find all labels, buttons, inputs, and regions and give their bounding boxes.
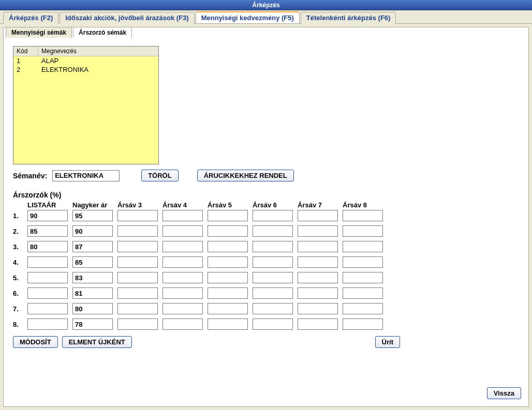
mult-input-r3-c6[interactable] bbox=[253, 241, 293, 252]
mult-input-r2-c5[interactable] bbox=[208, 225, 248, 237]
mult-row-number: 4. bbox=[13, 259, 27, 266]
col-header-code[interactable]: Kód bbox=[13, 47, 38, 56]
mult-input-r8-c6[interactable] bbox=[253, 318, 293, 330]
mult-input-r2-c1[interactable] bbox=[27, 225, 68, 237]
mult-col-header-1: Nagyker ár bbox=[72, 201, 117, 210]
window-title: Árképzés bbox=[0, 0, 532, 10]
mult-input-r5-c8[interactable] bbox=[343, 272, 383, 283]
mult-input-r5-c3[interactable] bbox=[117, 272, 158, 283]
back-button[interactable]: Vissza bbox=[487, 387, 521, 399]
schema-list-row[interactable]: 1ALAP bbox=[13, 56, 158, 65]
mult-input-r5-c7[interactable] bbox=[298, 272, 338, 283]
mult-input-r3-c7[interactable] bbox=[298, 241, 338, 252]
col-header-name[interactable]: Megnevezés bbox=[38, 47, 158, 56]
mult-input-r4-c2[interactable] bbox=[72, 256, 113, 268]
mult-input-r5-c5[interactable] bbox=[208, 272, 248, 283]
schema-name-row: Sémanév: TÖRÖL ÁRUCIKKEKHEZ RENDEL bbox=[13, 170, 519, 181]
mult-input-r7-c5[interactable] bbox=[208, 303, 248, 314]
mult-input-r7-c3[interactable] bbox=[117, 303, 158, 314]
mult-row: 8. bbox=[13, 318, 519, 330]
mult-input-r1-c7[interactable] bbox=[298, 210, 338, 221]
mult-input-r6-c5[interactable] bbox=[208, 287, 248, 299]
mult-input-r7-c8[interactable] bbox=[343, 303, 383, 314]
mult-input-r4-c3[interactable] bbox=[117, 256, 158, 268]
multipliers-header-row: LISTAÁRNagyker árÁrsáv 3Ársáv 4Ársáv 5Ár… bbox=[27, 201, 519, 210]
mult-input-r3-c4[interactable] bbox=[162, 241, 203, 252]
mult-row: 2. bbox=[13, 225, 519, 237]
mult-input-r3-c5[interactable] bbox=[208, 241, 248, 252]
schema-name-input[interactable] bbox=[52, 170, 120, 181]
schema-row-code: 1 bbox=[13, 56, 38, 65]
mult-input-r7-c6[interactable] bbox=[253, 303, 293, 314]
mult-input-r5-c4[interactable] bbox=[162, 272, 203, 283]
mult-col-header-0: LISTAÁR bbox=[27, 201, 72, 210]
multipliers-table: LISTAÁRNagyker árÁrsáv 3Ársáv 4Ársáv 5Ár… bbox=[13, 201, 519, 330]
mult-input-r5-c6[interactable] bbox=[253, 272, 293, 283]
mult-input-r8-c7[interactable] bbox=[298, 318, 338, 330]
mult-input-r2-c2[interactable] bbox=[72, 225, 113, 237]
mult-input-r2-c4[interactable] bbox=[162, 225, 203, 237]
mult-input-r1-c4[interactable] bbox=[162, 210, 203, 221]
mult-input-r6-c4[interactable] bbox=[162, 287, 203, 299]
outer-tab-3[interactable]: Tételenkénti árképzés (F6) bbox=[301, 12, 396, 24]
mult-input-r2-c6[interactable] bbox=[253, 225, 293, 237]
panel: Mennyiségi sémákÁrszorzó sémák Kód Megne… bbox=[3, 27, 529, 407]
mult-input-r7-c1[interactable] bbox=[27, 303, 68, 314]
mult-input-r6-c7[interactable] bbox=[298, 287, 338, 299]
modify-button[interactable]: MÓDOSÍT bbox=[13, 336, 58, 348]
mult-input-r4-c7[interactable] bbox=[298, 256, 338, 268]
mult-input-r8-c4[interactable] bbox=[162, 318, 203, 330]
mult-input-r7-c7[interactable] bbox=[298, 303, 338, 314]
multipliers-label: Árszorzók (%) bbox=[13, 191, 519, 199]
mult-input-r3-c1[interactable] bbox=[27, 241, 68, 252]
schema-list-row[interactable]: 2ELEKTRONIKA bbox=[13, 65, 158, 74]
mult-input-r6-c2[interactable] bbox=[72, 287, 113, 299]
inner-tab-1[interactable]: Árszorzó sémák bbox=[73, 27, 132, 38]
outer-tab-1[interactable]: Időszaki akciók, jövőbeli árazások (F3) bbox=[60, 12, 194, 24]
mult-input-r8-c5[interactable] bbox=[208, 318, 248, 330]
mult-input-r4-c6[interactable] bbox=[253, 256, 293, 268]
mult-input-r1-c5[interactable] bbox=[208, 210, 248, 221]
schema-name-label: Sémanév: bbox=[13, 172, 47, 180]
mult-input-r2-c8[interactable] bbox=[343, 225, 383, 237]
window: Árképzés Árképzés (F2)Időszaki akciók, j… bbox=[0, 0, 532, 410]
assign-button[interactable]: ÁRUCIKKEKHEZ RENDEL bbox=[197, 170, 294, 181]
mult-input-r6-c1[interactable] bbox=[27, 287, 68, 299]
mult-input-r4-c5[interactable] bbox=[208, 256, 248, 268]
mult-input-r8-c3[interactable] bbox=[117, 318, 158, 330]
mult-input-r5-c1[interactable] bbox=[27, 272, 68, 283]
mult-input-r6-c3[interactable] bbox=[117, 287, 158, 299]
mult-input-r2-c7[interactable] bbox=[298, 225, 338, 237]
mult-input-r8-c8[interactable] bbox=[343, 318, 383, 330]
mult-input-r7-c2[interactable] bbox=[72, 303, 113, 314]
mult-input-r5-c2[interactable] bbox=[72, 272, 113, 283]
mult-input-r3-c3[interactable] bbox=[117, 241, 158, 252]
mult-input-r4-c1[interactable] bbox=[27, 256, 68, 268]
mult-col-header-2: Ársáv 3 bbox=[117, 201, 162, 210]
mult-input-r1-c8[interactable] bbox=[343, 210, 383, 221]
mult-input-r1-c2[interactable] bbox=[72, 210, 113, 221]
outer-tab-2[interactable]: Mennyiségi kedvezmény (F5) bbox=[196, 11, 300, 23]
mult-input-r8-c2[interactable] bbox=[72, 318, 113, 330]
mult-input-r4-c8[interactable] bbox=[343, 256, 383, 268]
inner-tab-0[interactable]: Mennyiségi sémák bbox=[6, 27, 72, 38]
mult-input-r2-c3[interactable] bbox=[117, 225, 158, 237]
mult-input-r4-c4[interactable] bbox=[162, 256, 203, 268]
mult-input-r7-c4[interactable] bbox=[162, 303, 203, 314]
mult-input-r6-c8[interactable] bbox=[343, 287, 383, 299]
clear-button[interactable]: Ürít bbox=[375, 336, 400, 348]
delete-button[interactable]: TÖRÖL bbox=[141, 170, 179, 181]
mult-input-r6-c6[interactable] bbox=[253, 287, 293, 299]
mult-row-number: 7. bbox=[13, 305, 27, 313]
mult-input-r1-c6[interactable] bbox=[253, 210, 293, 221]
mult-input-r8-c1[interactable] bbox=[27, 318, 68, 330]
mult-input-r1-c3[interactable] bbox=[117, 210, 158, 221]
mult-input-r1-c1[interactable] bbox=[27, 210, 68, 221]
mult-row-number: 8. bbox=[13, 321, 27, 328]
save-as-button[interactable]: ELMENT ÚJKÉNT bbox=[62, 336, 132, 348]
mult-input-r3-c2[interactable] bbox=[72, 241, 113, 252]
schema-list[interactable]: Kód Megnevezés 1ALAP2ELEKTRONIKA bbox=[13, 46, 159, 164]
mult-input-r3-c8[interactable] bbox=[343, 241, 383, 252]
outer-tab-0[interactable]: Árképzés (F2) bbox=[3, 12, 58, 24]
mult-row: 6. bbox=[13, 287, 519, 299]
